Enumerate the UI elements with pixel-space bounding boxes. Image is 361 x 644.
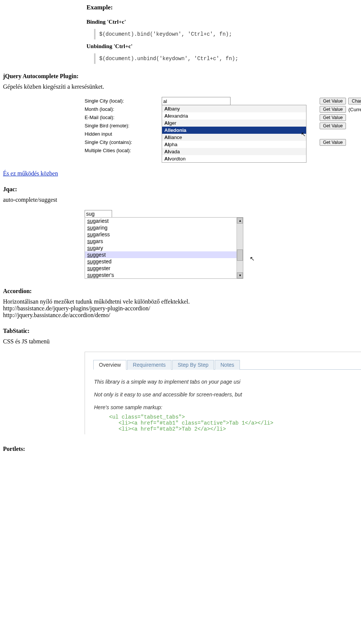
autocomplete-heading: jQuery Autocomplete Plugin: [0, 73, 361, 80]
label: Multiple Cities (local): [85, 147, 132, 155]
get-value-button[interactable]: Get Value [320, 114, 346, 121]
tab-overview[interactable]: Overview [93, 360, 126, 370]
change-button[interactable]: Change M [348, 98, 361, 104]
autocomplete-demo-link[interactable]: És ez működés közben [3, 170, 58, 177]
jqac-input[interactable] [85, 210, 112, 218]
cursor-icon: ↖ [250, 255, 255, 262]
tabstatic-figure: Overview Requirements Step By Step Notes… [85, 352, 361, 434]
autocomplete-item[interactable]: Alvordton [162, 155, 306, 162]
tab-body-line: This library is a simple way to implemen… [94, 379, 361, 385]
label: Single Bird (remote): [85, 122, 132, 130]
scroll-down-icon[interactable]: ▾ [237, 272, 243, 278]
jqac-item[interactable]: suggest [85, 251, 243, 258]
autocomplete-item[interactable]: Alger [162, 119, 306, 127]
get-value-button[interactable]: Get Value [320, 139, 346, 146]
scrollbar[interactable]: ▴ ▾ [237, 218, 243, 278]
label: Month (local): [85, 105, 132, 113]
autocomplete-figure: Single City (local): Month (local): E-Ma… [85, 97, 361, 163]
autocomplete-labels: Single City (local): Month (local): E-Ma… [85, 97, 132, 155]
tab-sample-code: <ul class="tabset_tabs"> <li><a href="#t… [109, 414, 361, 432]
jqac-item[interactable]: sugary [85, 245, 243, 251]
code-unbind: $(document).unbind('keydown', 'Ctrl+c', … [94, 53, 361, 64]
autocomplete-item[interactable]: Alexandria [162, 112, 306, 119]
jqac-heading: Jqac: [0, 186, 361, 193]
get-value-button[interactable]: Get Value [320, 98, 346, 104]
tabstatic-desc: CSS és JS tabmenü [0, 338, 361, 345]
accordion-desc: Horizontálisan nyíló mezőket tudunk műkö… [0, 298, 361, 305]
code-bind: $(document).bind('keydown', 'Ctrl+c', fn… [94, 29, 361, 39]
accordion-heading: Accordion: [0, 288, 361, 295]
label: Single City (local): [85, 97, 132, 105]
get-value-button[interactable]: Get Value [320, 122, 346, 129]
jqac-item[interactable]: suggester's [85, 272, 243, 278]
autocomplete-input[interactable] [162, 97, 231, 105]
tab-step-by-step[interactable]: Step By Step [172, 360, 214, 370]
label: Single City (contains): [85, 138, 132, 147]
tab-bar: Overview Requirements Step By Step Notes [93, 360, 361, 370]
tab-notes[interactable]: Notes [215, 360, 240, 370]
example-heading: Example: [86, 4, 361, 11]
get-value-button[interactable]: Get Value [320, 106, 346, 113]
jqac-item[interactable]: sugarless [85, 231, 243, 238]
autocomplete-item[interactable]: Albany [162, 105, 306, 112]
jqac-item[interactable]: suggester [85, 265, 243, 272]
scroll-up-icon[interactable]: ▴ [237, 218, 243, 224]
jqac-suggestion-list[interactable]: sugariestsugaringsugarlesssugarssugarysu… [85, 217, 243, 279]
binding-title: Binding 'Ctrl+c' [86, 19, 361, 25]
tabstatic-heading: TabStatic: [0, 328, 361, 334]
autocomplete-item[interactable]: Alvada [162, 148, 306, 155]
jqac-item[interactable]: sugariest [85, 218, 243, 224]
jqac-figure: sugariestsugaringsugarlesssugarssugarysu… [85, 210, 246, 279]
unbinding-title: Unbinding 'Ctrl+c' [86, 43, 361, 50]
tab-body-line: Here's some sample markup: [94, 404, 361, 410]
autocomplete-item[interactable]: Alpha [162, 141, 306, 148]
label: E-Mail (local): [85, 113, 132, 122]
cursor-icon: ↖ [301, 131, 306, 138]
autocomplete-item[interactable]: Alledonia [162, 127, 306, 134]
jqac-item[interactable]: sugars [85, 238, 243, 245]
autocomplete-item[interactable]: Alliance [162, 134, 306, 141]
jqac-item[interactable]: sugaring [85, 224, 243, 231]
portlets-heading: Portlets: [0, 446, 361, 452]
tab-requirements[interactable]: Requirements [127, 360, 171, 370]
current-text: (Current m [348, 107, 361, 112]
accordion-url2: http://jquery.bassistance.de/accordion/d… [0, 312, 361, 319]
label: Hidden input [85, 130, 132, 138]
scroll-thumb[interactable] [237, 249, 243, 261]
autocomplete-desc: Gépelés közben kiegészíti a keresésünket… [0, 83, 361, 90]
jqac-desc: auto-complete/suggest [0, 197, 361, 203]
accordion-url1: http://bassistance.de/jquery-plugins/jqu… [0, 305, 361, 312]
jqac-item[interactable]: suggested [85, 258, 243, 265]
tab-body-line: Not only is it easy to use and accessibl… [94, 392, 361, 398]
autocomplete-list[interactable]: AlbanyAlexandriaAlgerAlledoniaAllianceAl… [162, 105, 306, 163]
